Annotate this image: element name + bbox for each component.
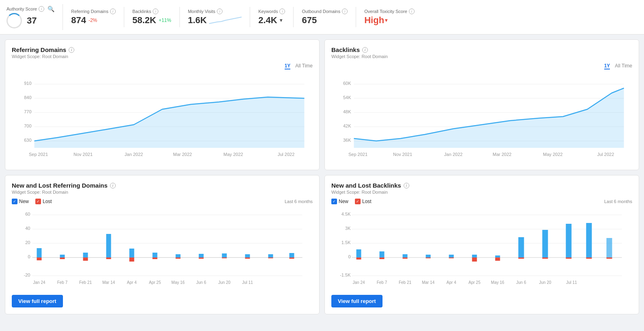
tab-alltime-referring[interactable]: All Time: [295, 63, 313, 69]
svg-text:May 16: May 16: [491, 280, 504, 285]
svg-rect-57: [176, 254, 181, 257]
legend-new-bl-label: New: [339, 199, 348, 204]
legend-lost-bl-checkbox[interactable]: ✓: [355, 199, 361, 204]
svg-text:Jul 11: Jul 11: [242, 280, 253, 285]
toxicity-dropdown-icon[interactable]: ▾: [385, 17, 387, 23]
toxicity-score-info-icon[interactable]: i: [409, 9, 415, 14]
svg-rect-91: [380, 251, 385, 257]
legend-new-checkbox[interactable]: ✓: [12, 199, 17, 204]
svg-rect-90: [357, 257, 361, 260]
legend-new-bl-checkbox[interactable]: ✓: [331, 199, 337, 204]
svg-text:630: 630: [24, 138, 31, 143]
new-lost-domains-period: Last 6 months: [285, 199, 313, 204]
tab-1y-referring[interactable]: 1Y: [285, 63, 291, 69]
svg-marker-10: [35, 97, 305, 148]
authority-score-label: Authority Score: [6, 6, 37, 11]
svg-text:-20: -20: [24, 273, 30, 277]
widget-new-lost-domains: New and Lost Referring Domains i Widget …: [5, 175, 320, 314]
keywords-info-icon[interactable]: i: [279, 9, 285, 14]
top-bar: Authority Score i 🔍 37 Referring Domains…: [0, 0, 644, 35]
referring-domains-svg: 910 840 770 700 630 Sep 2021 Nov 2021 Ja…: [12, 73, 313, 162]
keywords-dropdown-icon[interactable]: ▾: [280, 17, 282, 23]
svg-text:42K: 42K: [343, 123, 351, 128]
new-lost-domains-legend: ✓ New ✓ Lost Last 6 months: [12, 199, 313, 204]
monthly-visits-sparkline: [209, 15, 242, 25]
svg-text:Jul 2022: Jul 2022: [597, 152, 614, 157]
legend-new-backlinks: ✓ New: [331, 199, 348, 204]
tab-alltime-backlinks[interactable]: All Time: [615, 63, 632, 69]
tab-1y-backlinks[interactable]: 1Y: [604, 63, 610, 69]
svg-text:Mar 2022: Mar 2022: [493, 152, 511, 157]
svg-text:-1.5K: -1.5K: [340, 273, 351, 277]
legend-new-domains: ✓ New: [12, 199, 29, 204]
new-lost-domains-scope: Widget Scope: Root Domain: [12, 190, 313, 195]
svg-text:Feb 21: Feb 21: [399, 280, 412, 285]
new-lost-domains-info-icon[interactable]: i: [110, 183, 116, 188]
svg-rect-95: [426, 255, 431, 257]
svg-text:Jun 20: Jun 20: [539, 280, 551, 285]
svg-text:700: 700: [24, 123, 31, 128]
svg-rect-51: [106, 234, 111, 257]
svg-text:Feb 7: Feb 7: [377, 280, 387, 285]
svg-rect-99: [472, 255, 477, 257]
legend-lost-checkbox[interactable]: ✓: [35, 199, 41, 204]
svg-text:54K: 54K: [343, 95, 351, 100]
svg-rect-108: [566, 257, 572, 259]
outbound-domains-info-icon[interactable]: i: [342, 9, 348, 14]
referring-domains-info-icon[interactable]: i: [110, 9, 116, 14]
svg-text:May 16: May 16: [171, 280, 185, 285]
new-lost-backlinks-info-icon[interactable]: i: [404, 183, 409, 188]
svg-rect-63: [245, 254, 250, 257]
referring-domains-label: Referring Domains: [71, 9, 108, 14]
backlinks-widget-info-icon[interactable]: i: [362, 47, 368, 53]
referring-domains-widget-scope: Widget Scope: Root Domain: [12, 54, 313, 59]
toxicity-score-label: Overall Toxicity Score: [364, 9, 407, 14]
toxicity-score-value[interactable]: High ▾: [364, 15, 387, 26]
svg-rect-96: [426, 257, 431, 258]
svg-rect-104: [519, 257, 524, 259]
svg-text:3K: 3K: [345, 226, 351, 231]
keywords-value: 2.4K: [258, 15, 277, 26]
monthly-visits-info-icon[interactable]: i: [217, 9, 223, 14]
main-grid: Referring Domains i Widget Scope: Root D…: [0, 35, 644, 319]
authority-score-magnifier-icon[interactable]: 🔍: [48, 6, 54, 12]
svg-rect-98: [449, 257, 454, 258]
metric-outbound-domains: Outbound Domains i 675: [302, 7, 356, 27]
backlinks-chart: 60K 54K 48K 42K 36K Sep 2021 Nov 2021 Ja…: [331, 73, 632, 163]
svg-text:Apr 25: Apr 25: [469, 280, 481, 285]
referring-domains-widget-title: Referring Domains: [12, 46, 66, 53]
svg-text:40: 40: [25, 226, 30, 231]
svg-rect-109: [586, 223, 592, 257]
referring-domains-time-tabs: 1Y All Time: [12, 63, 313, 69]
svg-text:Mar 2022: Mar 2022: [173, 152, 192, 157]
legend-lost-label: Lost: [43, 199, 52, 204]
view-full-report-backlinks-button[interactable]: View full report: [331, 295, 383, 307]
authority-score-info-icon[interactable]: i: [39, 6, 44, 12]
referring-domains-widget-info-icon[interactable]: i: [69, 47, 74, 53]
svg-text:Jun 6: Jun 6: [516, 280, 526, 285]
svg-rect-56: [153, 257, 158, 259]
svg-text:Jul 2022: Jul 2022: [278, 152, 295, 157]
svg-text:Mar 14: Mar 14: [102, 280, 115, 285]
svg-text:770: 770: [24, 109, 31, 114]
backlinks-info-icon[interactable]: i: [153, 9, 158, 14]
widget-backlinks: Backlinks i Widget Scope: Root Domain 1Y…: [324, 39, 639, 170]
backlinks-svg: 60K 54K 48K 42K 36K Sep 2021 Nov 2021 Ja…: [331, 73, 632, 162]
metric-referring-domains: Referring Domains i 874 -2%: [71, 7, 124, 27]
metric-keywords: Keywords i 2.4K ▾: [258, 7, 294, 27]
svg-text:20: 20: [25, 240, 30, 245]
svg-text:Nov 2021: Nov 2021: [393, 152, 412, 157]
svg-rect-49: [83, 253, 88, 257]
svg-rect-97: [449, 255, 454, 257]
svg-rect-103: [519, 237, 524, 257]
referring-domains-chart: 910 840 770 700 630 Sep 2021 Nov 2021 Ja…: [12, 73, 313, 163]
svg-rect-62: [222, 257, 227, 258]
svg-text:0: 0: [28, 254, 30, 259]
svg-text:Apr 4: Apr 4: [447, 280, 456, 285]
new-lost-backlinks-scope: Widget Scope: Root Domain: [331, 190, 632, 195]
svg-rect-107: [566, 224, 572, 257]
view-full-report-domains-button[interactable]: View full report: [12, 295, 63, 307]
svg-text:Jul 11: Jul 11: [566, 280, 577, 285]
svg-rect-59: [199, 254, 204, 257]
svg-text:Apr 25: Apr 25: [149, 280, 161, 285]
